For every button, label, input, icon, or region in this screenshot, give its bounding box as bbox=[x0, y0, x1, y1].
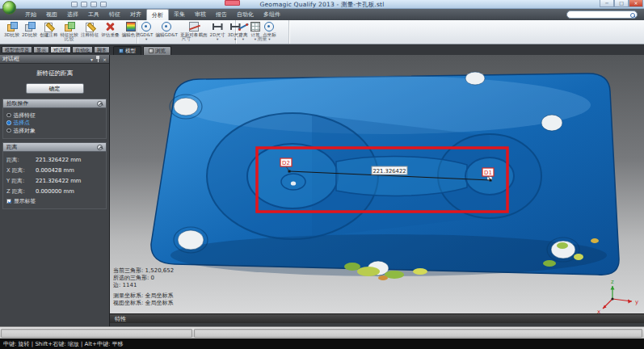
model-canvas: D2 D1 221.326422 y x z bbox=[110, 55, 644, 313]
svg-text:y: y bbox=[635, 299, 638, 305]
dialog-panel: 对话框 ▾ × 新特征的距离 确定 拾取操作 选择特征 选择点 选择对象 距离 bbox=[0, 55, 110, 326]
stat-edges: 边: 1141 bbox=[113, 282, 174, 289]
maximize-button[interactable]: □ bbox=[614, 0, 629, 7]
app-window: Geomagic Qualify 2013 - 测量-卡孔板.stl ─ □ ×… bbox=[0, 0, 644, 349]
stat-current-triangles: 当前三角形: 1,520,652 bbox=[113, 267, 174, 275]
panel-tab-automation[interactable]: 自动化 bbox=[72, 46, 93, 53]
checkbox-checked-icon bbox=[6, 199, 11, 204]
group-caption-compare: 比较 bbox=[2, 36, 137, 43]
z-distance-row: Z 距离:0.000000 mm bbox=[6, 186, 103, 196]
panel-pin-icon[interactable] bbox=[95, 56, 100, 62]
sub-bar: 模型管理器 显示 对话框 自动化 脚本 模型 浏览 bbox=[0, 44, 644, 55]
model-mesh bbox=[151, 72, 619, 280]
radio-select-point[interactable]: 选择点 bbox=[6, 120, 103, 126]
close-button[interactable]: × bbox=[629, 0, 643, 7]
dialog-command-title: 新特征的距离 bbox=[0, 69, 109, 78]
pick-operation-section: 拾取操作 选择特征 选择点 选择对象 bbox=[2, 99, 107, 139]
radio-select-object[interactable]: 选择对象 bbox=[6, 128, 103, 134]
redo-icon[interactable] bbox=[100, 2, 107, 7]
orientation-triad-icon[interactable]: y x z bbox=[597, 279, 638, 313]
create-annotation-icon bbox=[44, 22, 53, 32]
measurement-value: 221.326422 bbox=[373, 168, 406, 174]
status-cell-left bbox=[1, 329, 192, 338]
minimize-button[interactable]: ─ bbox=[600, 0, 614, 7]
evaluate-overlap-icon bbox=[105, 22, 115, 32]
ribbon-tab-strip: 开始 视图 选择 工具 特征 对齐 分析 采集 审核 报告 自动化 多组件 bbox=[0, 9, 644, 20]
panel-tab-dialog[interactable]: 对话框 bbox=[50, 46, 71, 53]
dialog-panel-title: 对话框 bbox=[2, 55, 88, 63]
panel-tab-strip: 模型管理器 显示 对话框 自动化 脚本 bbox=[2, 46, 110, 53]
stat-selected-triangles: 所选的三角形: 0 bbox=[113, 275, 174, 282]
mouse-hint-text: 中键: 旋转 | Shift+右键: 缩放 | Alt+中键: 平移 bbox=[3, 340, 124, 348]
tab-features[interactable]: 特征 bbox=[104, 9, 125, 20]
feature-compare-icon bbox=[65, 22, 74, 32]
stat-view-csys: 视图坐标系: 全局坐标系 bbox=[113, 300, 174, 307]
show-label-checkbox[interactable]: 显示标签 bbox=[6, 197, 103, 205]
window-controls: ─ □ × bbox=[600, 0, 643, 7]
ribbon: 3D比较 2D比较 创建注释 特征比较 注释特征 评估重叠 编辑色谱 比较 GD… bbox=[0, 20, 644, 44]
group-caption-dimension: 尺寸 bbox=[137, 36, 235, 43]
x-distance-row: X 距离:0.000428 mm bbox=[6, 165, 103, 175]
point-coordinates-icon bbox=[264, 22, 274, 32]
update-section-icon bbox=[189, 22, 199, 32]
mouse-hint-bar: 中键: 旋转 | Shift+右键: 缩放 | Alt+中键: 平移 bbox=[0, 338, 644, 349]
undo-icon[interactable] bbox=[90, 2, 97, 7]
distance-row: 距离:221.326422 mm bbox=[6, 154, 103, 165]
browse-icon bbox=[149, 48, 154, 53]
ok-button[interactable]: 确定 bbox=[26, 83, 84, 94]
app-logo-icon[interactable] bbox=[2, 1, 16, 15]
svg-text:z: z bbox=[611, 279, 614, 285]
gdt-icon bbox=[141, 22, 151, 32]
open-icon[interactable] bbox=[71, 2, 78, 7]
ribbon-group-compare: 3D比较 2D比较 创建注释 特征比较 注释特征 评估重叠 编辑色谱 比较 bbox=[2, 20, 137, 44]
panel-tab-script[interactable]: 脚本 bbox=[94, 46, 110, 53]
viewport-tab-model[interactable]: 模型 bbox=[113, 46, 141, 55]
tab-analysis[interactable]: 分析 bbox=[146, 9, 169, 20]
radio-select-feature[interactable]: 选择特征 bbox=[6, 112, 103, 119]
quick-access-toolbar bbox=[71, 2, 107, 7]
tab-capture[interactable]: 采集 bbox=[169, 9, 190, 20]
properties-label: 特性 bbox=[115, 315, 126, 323]
ribbon-group-dimension: GD&T▾ 编辑GD&T 更新对象截面 2D尺寸▾ 3D尺寸▾ 尺寸 bbox=[137, 20, 236, 44]
viewport-stats: 当前三角形: 1,520,652 所选的三角形: 0 边: 1141 测量坐标系… bbox=[113, 267, 174, 307]
panel-menu-caret-icon[interactable]: ▾ bbox=[90, 56, 93, 63]
properties-bar[interactable]: 特性 bbox=[110, 313, 644, 323]
measurement-label-d1: D1 bbox=[484, 170, 492, 176]
search-input[interactable] bbox=[566, 11, 638, 19]
collapse-chevron-icon[interactable] bbox=[97, 101, 103, 107]
panel-tab-display[interactable]: 显示 bbox=[33, 46, 49, 53]
status-cell-right bbox=[194, 329, 642, 338]
tab-automation[interactable]: 自动化 bbox=[232, 9, 259, 20]
distance-section: 距离 距离:221.326422 mm X 距离:0.000428 mm Y 距… bbox=[2, 142, 107, 209]
viewport-3d[interactable]: D2 D1 221.326422 y x z 当前三角形: 1,520 bbox=[110, 55, 644, 313]
ribbon-group-measure: 距离▾ 计算▾ 点坐标▾ 测量 bbox=[236, 20, 289, 44]
compare-3d-icon bbox=[7, 22, 17, 32]
distance-header[interactable]: 距离 bbox=[3, 143, 106, 152]
measurement-label-d2: D2 bbox=[282, 160, 290, 166]
group-caption-measure: 测量 bbox=[236, 36, 288, 43]
tab-view[interactable]: 视图 bbox=[41, 9, 62, 20]
edit-spectrum-icon bbox=[126, 22, 136, 32]
pick-operation-header[interactable]: 拾取操作 bbox=[3, 99, 106, 108]
tab-select[interactable]: 选择 bbox=[62, 9, 83, 20]
edit-gdt-icon bbox=[162, 22, 171, 32]
radio-icon bbox=[6, 120, 11, 125]
stat-measure-csys: 测量坐标系: 全局坐标系 bbox=[113, 292, 174, 300]
panel-tab-model-manager[interactable]: 模型管理器 bbox=[2, 46, 32, 53]
collapse-chevron-icon[interactable] bbox=[97, 145, 103, 150]
tab-report[interactable]: 报告 bbox=[211, 9, 232, 20]
viewport-tab-strip: 模型 浏览 bbox=[113, 46, 171, 55]
radio-icon bbox=[6, 113, 11, 118]
save-icon[interactable] bbox=[81, 2, 87, 7]
radio-icon bbox=[6, 128, 11, 133]
status-strip bbox=[0, 326, 644, 338]
viewport-tab-browse[interactable]: 浏览 bbox=[143, 46, 171, 55]
tab-multicomponent[interactable]: 多组件 bbox=[259, 9, 285, 20]
tab-home[interactable]: 开始 bbox=[20, 9, 41, 20]
annotate-feature-icon bbox=[85, 22, 95, 32]
panel-close-icon[interactable]: × bbox=[103, 56, 107, 63]
tab-alignment[interactable]: 对齐 bbox=[125, 9, 146, 20]
model-cube-icon bbox=[119, 48, 124, 53]
tab-tools[interactable]: 工具 bbox=[83, 9, 104, 20]
tab-review[interactable]: 审核 bbox=[190, 9, 211, 20]
